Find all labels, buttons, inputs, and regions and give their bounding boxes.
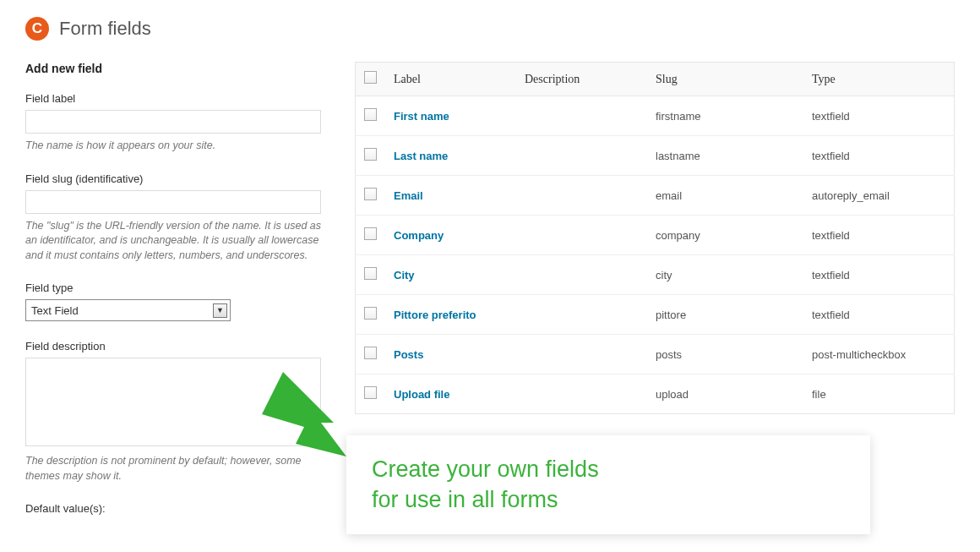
field-slug-cell: email (647, 176, 803, 216)
table-row: Pittore preferitopittoretextfield (356, 295, 955, 335)
field-type-selected: Text Field (31, 304, 79, 317)
col-header-description[interactable]: Description (516, 63, 647, 96)
field-label-input[interactable] (25, 110, 321, 134)
field-description-cell (516, 216, 647, 255)
row-checkbox[interactable] (364, 227, 377, 240)
field-description-help: The description is not prominent by defa… (25, 454, 329, 484)
field-slug-cell: company (647, 216, 803, 255)
field-label-label: Field label (25, 92, 329, 105)
col-header-type[interactable]: Type (803, 63, 955, 96)
field-description-cell (516, 374, 647, 414)
field-label-link[interactable]: Upload file (394, 388, 449, 401)
page-title: Form fields (59, 18, 151, 40)
table-row: Emailemailautoreply_email (356, 176, 955, 216)
field-description-cell (516, 295, 647, 335)
field-label-link[interactable]: City (394, 269, 415, 281)
field-type-cell: post-multicheckbox (803, 335, 955, 374)
page-header: C Form fields (25, 17, 955, 41)
field-slug-cell: pittore (647, 295, 803, 335)
field-type-cell: textfield (803, 96, 955, 136)
field-description-textarea[interactable] (25, 358, 321, 446)
field-type-cell: textfield (803, 295, 955, 335)
field-label-link[interactable]: Email (394, 189, 423, 202)
field-slug-cell: lastname (647, 136, 803, 176)
callout-line2: for use in all forms (372, 484, 845, 515)
field-description-cell (516, 176, 647, 216)
field-description-cell (516, 335, 647, 374)
field-slug-label: Field slug (identificative) (25, 172, 329, 185)
field-type-label: Field type (25, 281, 329, 294)
field-label-help: The name is how it appears on your site. (25, 139, 329, 154)
field-slug-help: The "slug" is the URL-friendly version o… (25, 219, 329, 264)
chevron-down-icon: ▼ (213, 303, 227, 318)
table-row: Companycompanytextfield (356, 216, 955, 255)
add-new-field-heading: Add new field (25, 62, 329, 75)
field-type-cell: textfield (803, 255, 955, 295)
row-checkbox[interactable] (364, 188, 377, 200)
logo-icon: C (25, 17, 49, 41)
row-checkbox[interactable] (364, 307, 377, 320)
field-label-link[interactable]: Company (394, 229, 444, 242)
field-label-link[interactable]: Posts (394, 348, 423, 361)
table-row: Postspostspost-multicheckbox (356, 335, 955, 374)
row-checkbox[interactable] (364, 108, 377, 121)
field-slug-cell: upload (647, 374, 803, 414)
field-type-cell: autoreply_email (803, 176, 955, 216)
col-header-slug[interactable]: Slug (647, 63, 803, 96)
field-type-cell: textfield (803, 136, 955, 176)
row-checkbox[interactable] (364, 347, 377, 359)
row-checkbox[interactable] (364, 386, 377, 399)
col-header-label[interactable]: Label (385, 63, 516, 96)
row-checkbox[interactable] (364, 148, 377, 161)
field-description-cell (516, 136, 647, 176)
table-row: Citycitytextfield (356, 255, 955, 295)
field-slug-cell: firstname (647, 96, 803, 136)
table-row: Last namelastnametextfield (356, 136, 955, 176)
callout-box: Create your own fields for use in all fo… (346, 435, 870, 534)
select-all-checkbox[interactable] (364, 71, 377, 84)
table-row: First namefirstnametextfield (356, 96, 955, 136)
callout-line1: Create your own fields (372, 454, 845, 484)
field-description-cell (516, 96, 647, 136)
field-description-label: Field description (25, 340, 329, 353)
field-label-link[interactable]: First name (394, 110, 449, 123)
field-description-cell (516, 255, 647, 295)
row-checkbox[interactable] (364, 267, 377, 280)
field-type-cell: textfield (803, 216, 955, 255)
field-type-cell: file (803, 374, 955, 414)
fields-table: Label Description Slug Type First namefi… (355, 62, 955, 414)
default-values-label: Default value(s): (25, 502, 329, 515)
field-slug-input[interactable] (25, 190, 321, 214)
field-label-link[interactable]: Pittore preferito (394, 309, 476, 321)
field-slug-cell: city (647, 255, 803, 295)
field-type-select[interactable]: Text Field ▼ (25, 299, 231, 321)
field-slug-cell: posts (647, 335, 803, 374)
table-row: Upload fileuploadfile (356, 374, 955, 414)
field-label-link[interactable]: Last name (394, 150, 448, 162)
